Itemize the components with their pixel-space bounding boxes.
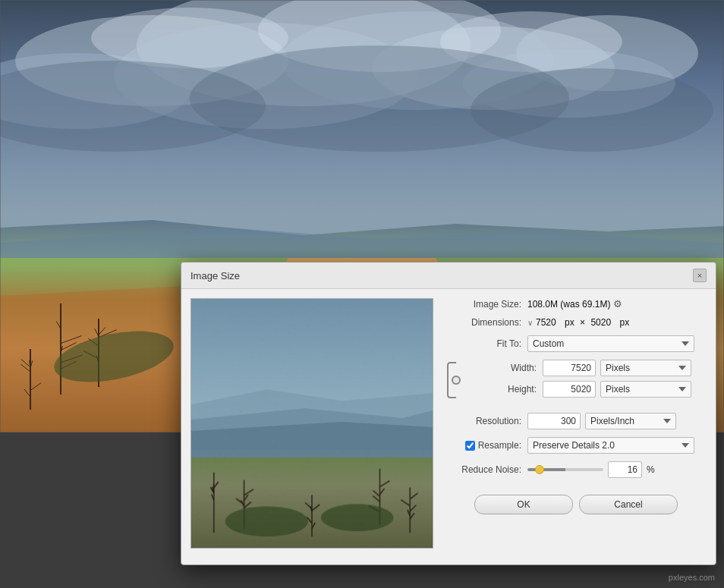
image-size-row: Image Size: 108.0M (was 69.1M) ⚙ [445,298,707,310]
fit-to-label: Fit To: [445,338,521,349]
dim-arrow-icon: ∨ [527,319,533,327]
button-row: OK Cancel [445,495,707,514]
noise-slider-thumb[interactable] [535,465,544,474]
noise-slider-container: % [527,461,655,478]
height-input[interactable] [543,381,596,398]
resolution-row: Resolution: Pixels/Inch Pixels/Centimete… [445,413,707,429]
chain-link-icon [445,360,461,399]
resolution-label: Resolution: [445,416,521,426]
noise-slider-track[interactable] [527,468,603,471]
preview-canvas [191,299,433,548]
height-row: Height: Pixels Percent Inches [461,381,707,398]
resample-label: Resample: [478,440,521,451]
chain-bracket [445,360,461,405]
dim-unit2b: px [619,317,629,328]
dialog-titlebar: Image Size × [181,263,716,289]
gear-icon[interactable]: ⚙ [613,298,622,310]
settings-panel: Image Size: 108.0M (was 69.1M) ⚙ Dimensi… [445,298,707,553]
dim-sep [559,317,562,328]
dimensions-values: ∨ 7520 px × 5020 px [527,317,629,328]
width-label: Width: [461,363,537,373]
width-row: Width: Pixels Percent Inches [461,360,707,376]
ok-button[interactable]: OK [474,495,573,514]
preview-area [190,298,433,549]
svg-point-0 [452,376,460,384]
wh-section: Width: Pixels Percent Inches Height: [445,360,707,405]
watermark: pxleyes.com [669,573,715,582]
image-size-value: 108.0M (was 69.1M) [527,299,610,310]
resample-select[interactable]: Preserve Details 2.0 Automatic Bicubic S… [527,437,694,454]
resample-checkbox[interactable] [465,441,475,451]
resample-row: Resample: Preserve Details 2.0 Automatic… [445,437,707,454]
cancel-button[interactable]: Cancel [579,495,678,514]
dim-unit2 [614,317,616,328]
image-size-dialog: Image Size × Image Size: 108.0M (was 69.… [181,262,716,565]
width-unit-select[interactable]: Pixels Percent Inches [600,360,691,376]
height-label: Height: [461,384,537,395]
fit-to-row: Fit To: Custom Original Size Screen Size… [445,335,707,352]
width-input[interactable] [543,360,596,376]
resolution-unit-select[interactable]: Pixels/Inch Pixels/Centimeter [585,413,676,429]
dim-unit1: px [565,317,574,328]
wh-inputs: Width: Pixels Percent Inches Height: [461,360,707,405]
reduce-noise-label: Reduce Noise: [445,464,521,475]
close-button[interactable]: × [693,269,707,282]
resample-label-wrapper: Resample: [445,440,521,451]
noise-unit: % [647,464,655,475]
image-size-label: Image Size: [445,299,521,310]
dialog-content: Image Size: 108.0M (was 69.1M) ⚙ Dimensi… [181,289,716,562]
dim-width: 7520 [536,317,556,328]
resolution-input[interactable] [527,413,581,429]
dimensions-row: Dimensions: ∨ 7520 px × 5020 px [445,317,707,328]
fit-to-select[interactable]: Custom Original Size Screen Size Print S… [527,335,694,352]
dim-height: 5020 [590,317,611,328]
dialog-title: Image Size [190,270,240,281]
dimensions-label: Dimensions: [445,317,521,328]
height-unit-select[interactable]: Pixels Percent Inches [600,381,691,398]
reduce-noise-row: Reduce Noise: % [445,461,707,478]
dim-x: × [578,317,588,328]
noise-value-input[interactable] [608,461,642,478]
